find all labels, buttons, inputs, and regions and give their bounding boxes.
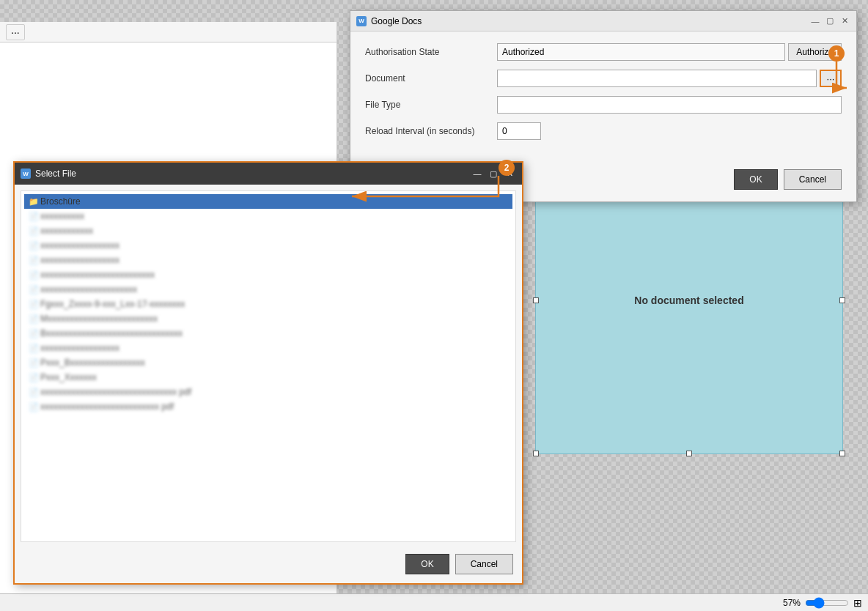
- annotation-badge-1: 1: [828, 45, 845, 62]
- document-input-wrap: ···: [497, 70, 842, 87]
- browse-button[interactable]: ···: [820, 70, 842, 87]
- authorisation-state-input[interactable]: [497, 43, 785, 61]
- zoom-level: 57%: [783, 598, 801, 608]
- resize-handle-br[interactable]: [839, 451, 845, 456]
- document-input[interactable]: [497, 70, 817, 87]
- resize-handle-bl[interactable]: [533, 451, 539, 456]
- file-item[interactable]: 📄xxxxxxxxxxxxxxxxxxxxxxxxxxxxxxx pdf: [24, 385, 512, 399]
- file-item[interactable]: 📁Broschüre: [24, 194, 512, 209]
- file-name: Pxxx_Xxxxxxx: [40, 372, 97, 382]
- file-icon: 📄: [29, 226, 37, 235]
- file-type-input-wrap: [497, 96, 842, 114]
- select-file-titlebar: W Select File — ▢ ✕: [15, 163, 522, 185]
- ok-button[interactable]: OK: [734, 169, 777, 190]
- file-name: Pxxx_Bxxxxxxxxxxxxxxxxx: [40, 358, 145, 368]
- file-icon: 📄: [29, 300, 37, 308]
- no-document-text: No document selected: [634, 295, 743, 306]
- file-type-row: File Type: [365, 96, 842, 114]
- file-item[interactable]: 📄xxxxxxxxxxxxxxxxxxxxxx: [24, 282, 512, 297]
- file-icon: 📄: [29, 270, 37, 279]
- select-file-app-icon: W: [21, 169, 31, 179]
- folder-icon: 📁: [29, 197, 37, 206]
- ellipsis-button[interactable]: ···: [6, 24, 25, 40]
- file-icon: 📄: [29, 388, 37, 396]
- authorisation-state-row: Authorisation State Authorize: [365, 43, 842, 61]
- file-item[interactable]: 📄xxxxxxxxxxxxxxxxxx: [24, 238, 512, 253]
- resize-handle-mr[interactable]: [839, 297, 845, 303]
- file-item[interactable]: 📄Pxxx_Bxxxxxxxxxxxxxxxxx: [24, 355, 512, 370]
- file-name: xxxxxxxxxxxxxxxxxxxxxxxxxx: [40, 270, 155, 280]
- file-item[interactable]: 📄xxxxxxxxxxxx: [24, 223, 512, 238]
- reload-interval-row: Reload Interval (in seconds): [365, 122, 842, 140]
- titlebar-left: W Google Docs: [356, 16, 422, 26]
- file-item[interactable]: 📄Bxxxxxxxxxxxxxxxxxxxxxxxxxxxxxxx: [24, 326, 512, 341]
- status-bar: 57% ⊞: [0, 593, 868, 611]
- select-file-title: Select File: [35, 169, 76, 179]
- file-type-label: File Type: [365, 100, 497, 110]
- reload-interval-input-wrap: [497, 122, 842, 140]
- file-name: xxxxxxxxxxxxxxxxxx: [40, 255, 119, 265]
- titlebar-controls: — ▢ ✕: [809, 15, 850, 27]
- file-icon: 📄: [29, 285, 37, 294]
- annotation-badge-2: 2: [499, 160, 515, 176]
- file-name: xxxxxxxxxx: [40, 211, 84, 221]
- file-icon: 📄: [29, 314, 37, 323]
- file-name: xxxxxxxxxxxxxxxxxx: [40, 343, 119, 353]
- authorisation-state-label: Authorisation State: [365, 47, 497, 57]
- file-icon: 📄: [29, 241, 37, 250]
- reload-interval-input[interactable]: [497, 122, 541, 140]
- select-file-title-left: W Select File: [21, 169, 76, 179]
- file-item[interactable]: 📄xxxxxxxxxxxxxxxxxx: [24, 341, 512, 355]
- file-name: Broschüre: [40, 196, 81, 207]
- close-button[interactable]: ✕: [839, 15, 850, 27]
- file-item[interactable]: 📄xxxxxxxxxxxxxxxxxx: [24, 253, 512, 267]
- file-icon: 📄: [29, 358, 37, 367]
- google-docs-titlebar: W Google Docs — ▢ ✕: [350, 11, 856, 32]
- file-item[interactable]: 📄Fgxxx_Zxxxx-9-xxx_Lxx-17-xxxxxxxx: [24, 297, 512, 311]
- file-name: xxxxxxxxxxxxxxxxxxxxxxxxxxxxxxx pdf: [40, 387, 191, 397]
- dialog-title: Google Docs: [371, 16, 422, 26]
- zoom-icon: ⊞: [853, 597, 862, 609]
- file-icon: 📄: [29, 402, 37, 411]
- file-icon: 📄: [29, 344, 37, 352]
- file-icon: 📄: [29, 256, 37, 264]
- file-list: 📁Broschüre📄xxxxxxxxxx📄xxxxxxxxxxxx📄xxxxx…: [21, 190, 516, 542]
- maximize-button[interactable]: ▢: [824, 15, 836, 27]
- file-item[interactable]: 📄xxxxxxxxxxxxxxxxxxxxxxxxxxx pdf: [24, 399, 512, 414]
- sf-cancel-button[interactable]: Cancel: [455, 554, 513, 574]
- file-item[interactable]: 📄Pxxx_Xxxxxxx: [24, 370, 512, 385]
- zoom-slider[interactable]: [805, 597, 849, 609]
- document-label: Document: [365, 73, 497, 84]
- file-item[interactable]: 📄Mxxxxxxxxxxxxxxxxxxxxxxxxx: [24, 311, 512, 326]
- resize-handle-ml[interactable]: [533, 297, 539, 303]
- file-name: xxxxxxxxxxxx: [40, 226, 93, 236]
- select-file-footer: OK Cancel: [15, 548, 522, 583]
- dialog-app-icon: W: [356, 16, 367, 26]
- file-type-input[interactable]: [497, 96, 842, 114]
- file-name: Mxxxxxxxxxxxxxxxxxxxxxxxxx: [40, 314, 158, 324]
- dialog-body: Authorisation State Authorize Document ·…: [350, 32, 856, 160]
- sf-minimize-button[interactable]: —: [471, 167, 484, 180]
- document-row: Document ···: [365, 70, 842, 87]
- select-file-dialog: W Select File — ▢ ✕ 📁Broschüre📄xxxxxxxxx…: [13, 161, 523, 585]
- file-item[interactable]: 📄xxxxxxxxxx: [24, 209, 512, 223]
- sf-ok-button[interactable]: OK: [405, 554, 449, 574]
- file-item[interactable]: 📄xxxxxxxxxxxxxxxxxxxxxxxxxx: [24, 267, 512, 282]
- resize-handle-bc[interactable]: [686, 451, 692, 456]
- file-name: Fgxxx_Zxxxx-9-xxx_Lxx-17-xxxxxxxx: [40, 299, 185, 309]
- file-name: Bxxxxxxxxxxxxxxxxxxxxxxxxxxxxxxx: [40, 328, 183, 338]
- file-icon: 📄: [29, 212, 37, 221]
- left-panel-topbar: ···: [0, 22, 336, 42]
- file-icon: 📄: [29, 373, 37, 382]
- file-icon: 📄: [29, 329, 37, 338]
- minimize-button[interactable]: —: [809, 15, 821, 27]
- cancel-button[interactable]: Cancel: [784, 169, 842, 190]
- file-name: xxxxxxxxxxxxxxxxxxxxxxxxxxx pdf: [40, 401, 174, 412]
- authorisation-state-input-wrap: Authorize: [497, 43, 842, 61]
- reload-interval-label: Reload Interval (in seconds): [365, 126, 497, 136]
- file-name: xxxxxxxxxxxxxxxxxx: [40, 240, 119, 251]
- file-name: xxxxxxxxxxxxxxxxxxxxxx: [40, 284, 137, 295]
